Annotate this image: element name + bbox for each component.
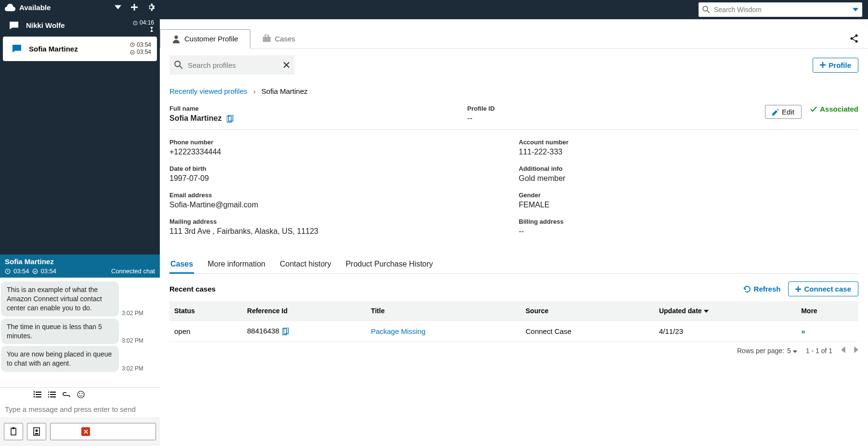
message-row: The time in queue is less than 5 minutes… [1, 319, 157, 344]
contact-card-button[interactable] [27, 423, 46, 440]
contact-name: Nikki Wolfe [26, 21, 133, 29]
end-chat-button[interactable]: ✕End chat [50, 423, 156, 440]
subtab-purchase-history[interactable]: Product Purchase History [345, 256, 434, 273]
clock-icon [5, 268, 11, 274]
svg-point-6 [48, 394, 49, 395]
profile-search-input[interactable] [188, 61, 283, 69]
profile-details: Phone number+12223334444 Account number1… [169, 139, 858, 250]
pencil-icon [772, 109, 779, 115]
share-icon[interactable] [850, 34, 858, 43]
svg-point-7 [48, 396, 49, 397]
contact-list: Nikki Wolfe 04:16 Sofia Martinez 03:54 0… [0, 14, 160, 61]
wisdom-search[interactable] [699, 2, 862, 17]
plus-icon[interactable] [131, 4, 138, 11]
rows-per-page[interactable]: 5 [787, 347, 797, 355]
breadcrumb: Recently viewed profiles › Sofia Martine… [169, 87, 858, 95]
bullet-list-button[interactable] [47, 390, 57, 399]
account-number: 111-222-333 [519, 148, 859, 156]
message-row: This is an example of what the Amazon Co… [1, 281, 157, 317]
message-row: You are now being placed in queue to cha… [1, 346, 157, 372]
chevron-down-icon[interactable] [115, 4, 121, 11]
left-panel: Available Nikki Wolfe 04:16 Sofia Martin… [0, 0, 160, 446]
more-icon[interactable]: » [801, 327, 805, 335]
col-reference[interactable]: Reference Id [242, 301, 366, 321]
agent-status-bar[interactable]: Available [0, 0, 160, 14]
col-status[interactable]: Status [169, 301, 242, 321]
case-title-link[interactable]: Package Missing [371, 327, 425, 335]
gear-icon[interactable] [147, 3, 155, 11]
add-profile-button[interactable]: Profile [813, 58, 858, 73]
right-panel: Customer Profile Cases Profile Recently … [160, 0, 868, 446]
chevron-down-icon [793, 350, 797, 353]
next-page-button[interactable] [854, 346, 858, 355]
quick-responses-button[interactable] [4, 423, 23, 440]
clock-icon [130, 42, 135, 47]
svg-rect-12 [13, 427, 14, 429]
briefcase-icon [262, 34, 271, 43]
message-time: 3:02 PM [122, 365, 143, 372]
chat-status: Connected chat [111, 268, 155, 275]
page-range: 1 - 1 of 1 [806, 347, 832, 355]
chat-panel: Sofia Martinez 03:54 03:54 Connected cha… [0, 255, 160, 446]
clock-icon [133, 21, 138, 25]
link-button[interactable] [62, 390, 71, 399]
edit-button[interactable]: Edit [765, 105, 802, 119]
connect-case-button[interactable]: Connect case [788, 281, 858, 296]
col-source[interactable]: Source [521, 301, 654, 321]
message-bubble: You are now being placed in queue to cha… [1, 346, 119, 372]
phone-number: +12223334444 [169, 148, 509, 156]
contact-item-active[interactable]: Sofia Martinez 03:54 03:54 [3, 37, 157, 61]
pagination: Rows per page: 5 1 - 1 of 1 [169, 346, 858, 355]
hourglass-icon [149, 27, 154, 32]
svg-point-8 [78, 391, 84, 398]
col-title[interactable]: Title [366, 301, 520, 321]
close-icon[interactable] [283, 62, 290, 68]
chat-icon [10, 21, 18, 30]
svg-point-14 [36, 430, 38, 432]
mailing-address: 111 3rd Ave , Fairbanks, Alaska, US, 111… [169, 227, 509, 236]
tab-cases[interactable]: Cases [250, 29, 308, 48]
profile-header: Full name Sofia Martinez Profile ID -- E… [169, 105, 858, 130]
chevron-right-icon: › [253, 87, 256, 95]
refresh-icon [743, 285, 751, 293]
check-circle-icon [32, 268, 38, 274]
breadcrumb-link[interactable]: Recently viewed profiles [169, 87, 247, 95]
numbered-list-button[interactable] [33, 390, 42, 399]
prev-page-button[interactable] [841, 346, 845, 355]
message-input[interactable] [0, 401, 160, 417]
italic-button[interactable]: I [18, 390, 28, 399]
agent-status: Available [19, 3, 51, 12]
svg-point-22 [175, 61, 180, 66]
bold-button[interactable]: B [4, 390, 13, 399]
svg-rect-18 [265, 35, 268, 38]
message-time: 3:02 PM [122, 310, 143, 317]
chat-transcript[interactable]: This is an example of what the Amazon Co… [0, 278, 160, 387]
refresh-button[interactable]: Refresh [743, 285, 781, 293]
wisdom-search-input[interactable] [714, 6, 853, 13]
col-more[interactable]: More [796, 301, 858, 321]
top-bar [160, 0, 868, 19]
svg-point-21 [855, 40, 858, 43]
plus-icon [820, 62, 826, 68]
subtab-cases[interactable]: Cases [169, 256, 194, 274]
copy-icon[interactable] [227, 115, 233, 123]
associated-badge: Associated [810, 105, 858, 113]
profile-search[interactable] [169, 55, 295, 75]
main-tabs: Customer Profile Cases [160, 29, 868, 49]
table-row[interactable]: open88416438Package MissingConnect Case4… [169, 321, 858, 342]
chevron-down-icon[interactable] [853, 8, 858, 12]
col-updated[interactable]: Updated date [654, 301, 796, 321]
cases-table: Status Reference Id Title Source Updated… [169, 301, 858, 342]
contact-item[interactable]: Nikki Wolfe 04:16 [0, 14, 160, 37]
sort-desc-icon [704, 309, 709, 313]
subtab-more-info[interactable]: More information [207, 256, 266, 273]
emoji-button[interactable] [76, 390, 86, 399]
subtab-contact-history[interactable]: Contact history [279, 256, 332, 273]
svg-point-16 [174, 35, 178, 38]
copy-icon[interactable] [282, 328, 289, 335]
tab-customer-profile[interactable]: Customer Profile [160, 29, 250, 49]
svg-point-20 [851, 38, 853, 40]
message-time: 3:02 PM [122, 337, 143, 344]
content: Profile Recently viewed profiles › Sofia… [160, 49, 868, 355]
check-icon [810, 106, 817, 112]
